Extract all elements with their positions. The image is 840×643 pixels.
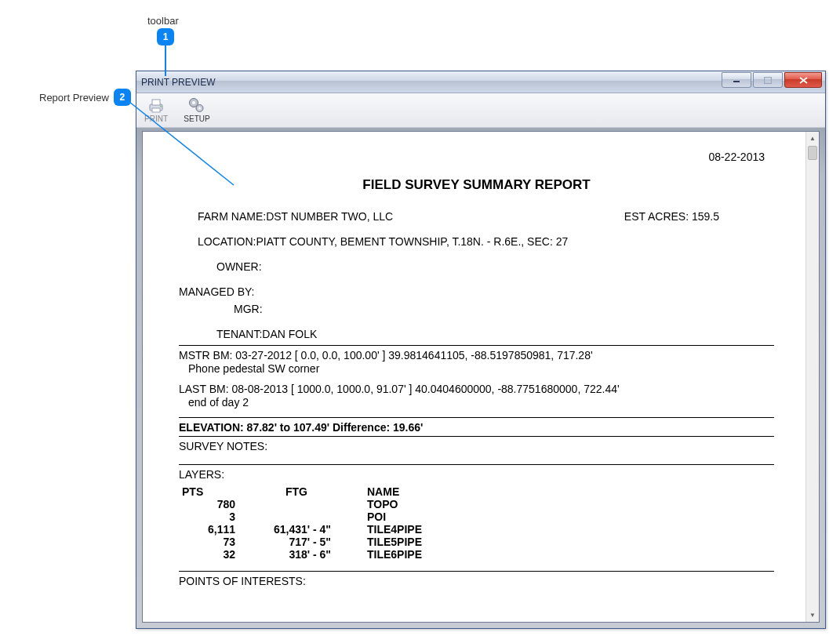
annotation-toolbar: toolbar [147,15,179,27]
table-row: 780 TOPO [179,498,774,510]
maximize-icon [764,77,772,84]
hdr-name: NAME [351,485,493,498]
mstr-bm-note: Phone pedestal SW corner [179,362,774,375]
location-label: LOCATION: [198,235,256,248]
annotation-toolbar-pointer [165,43,166,76]
table-row: 3 POI [179,510,774,523]
layers-label: LAYERS: [179,468,774,481]
divider-3 [179,436,774,437]
farm-name-value: DST NUMBER TWO, LLC [266,210,393,223]
window-controls [722,71,825,93]
cell-name: TILE4PIPE [351,523,493,536]
tenant-label: TENANT: [216,328,262,340]
farm-name-label: FARM NAME: [198,210,266,223]
divider-5 [179,571,774,572]
scroll-thumb[interactable] [808,146,817,160]
window: PRINT PREVIEW [136,71,826,629]
cell-ftg: 61,431' - 4" [242,523,351,536]
row-mgr: MGR: [179,303,774,315]
table-row: 32 318' - 6" TILE6PIPE [179,548,774,561]
scroll-up-arrow[interactable]: ▲ [806,132,819,145]
scrollbar[interactable]: ▲ ▼ [805,132,819,622]
cell-ftg [242,510,351,523]
survey-notes-label: SURVEY NOTES: [179,440,774,452]
hdr-pts: PTS [179,485,242,498]
hdr-ftg: FTG [242,485,351,498]
row-farm-acres: FARM NAME:DST NUMBER TWO, LLC EST ACRES:… [179,210,774,223]
elevation-line: ELEVATION: 87.82' to 107.49' Difference:… [179,421,774,434]
layers-header: PTS FTG NAME [179,485,774,498]
est-acres-block: EST ACRES: 159.5 [624,210,719,223]
minimize-button[interactable] [722,72,751,88]
last-bm-note: end of day 2 [179,396,774,409]
row-location: LOCATION:PIATT COUNTY, BEMENT TOWNSHIP, … [179,235,774,248]
farm-name-block: FARM NAME:DST NUMBER TWO, LLC [198,210,393,223]
annotation-preview: Report Preview 2 [39,89,131,106]
setup-button[interactable]: SETUP [180,95,213,126]
content-wrap: 08-22-2013 FIELD SURVEY SUMMARY REPORT F… [136,128,825,628]
report-title: FIELD SURVEY SUMMARY REPORT [179,177,774,193]
table-row: 6,111 61,431' - 4" TILE4PIPE [179,523,774,536]
svg-point-12 [198,107,201,109]
cell-ftg: 318' - 6" [242,548,351,561]
cell-pts: 32 [179,548,242,561]
print-label: PRINT [144,114,168,123]
svg-point-10 [192,101,195,104]
svg-rect-6 [152,100,160,105]
report-viewport: 08-22-2013 FIELD SURVEY SUMMARY REPORT F… [142,131,820,623]
last-bm: LAST BM: 08-08-2013 [ 1000.0, 1000.0, 91… [179,383,774,395]
setup-icon [188,97,205,114]
divider-4 [179,464,774,465]
divider-2 [179,417,774,418]
cell-name: POI [351,510,493,523]
scroll-down-arrow[interactable]: ▼ [806,608,819,622]
layers-table: PTS FTG NAME 780 TOPO 3 POI [179,485,774,561]
print-button[interactable]: PRINT [140,95,173,126]
cell-pts: 6,111 [179,523,242,536]
cell-pts: 3 [179,510,242,523]
row-owner: OWNER: [179,260,774,273]
mstr-bm: MSTR BM: 03-27-2012 [ 0.0, 0.0, 100.00' … [179,349,774,361]
svg-rect-7 [152,108,160,112]
annotation-toolbar-label: toolbar [147,15,179,27]
svg-rect-1 [733,81,740,82]
row-tenant: TENANT:DAN FOLK [179,328,774,340]
cell-pts: 780 [179,498,242,510]
cell-name: TILE6PIPE [351,548,493,561]
close-icon [799,77,808,84]
annotation-preview-label: Report Preview [39,92,109,104]
mgr-label: MGR: [234,303,263,315]
titlebar[interactable]: PRINT PREVIEW [136,71,825,93]
toolbar: PRINT SETUP [136,93,825,128]
tenant-value: DAN FOLK [262,328,317,340]
report-date: 08-22-2013 [179,151,774,163]
cell-ftg: 717' - 5" [242,536,351,548]
cell-pts: 73 [179,536,242,548]
close-button[interactable] [784,72,822,88]
est-acres-label: EST ACRES: [624,210,692,223]
titlebar-title: PRINT PREVIEW [141,77,215,88]
row-managed-by: MANAGED BY: [179,285,774,298]
maximize-button[interactable] [753,72,783,88]
minimize-icon [733,77,740,83]
annotation-marker-2: 2 [114,89,131,106]
owner-label: OWNER: [216,260,262,273]
cell-ftg [242,498,351,510]
location-value: PIATT COUNTY, BEMENT TOWNSHIP, T.18N. - … [256,235,568,248]
svg-rect-2 [765,77,772,83]
cell-name: TOPO [351,498,493,510]
print-icon [147,97,165,114]
setup-label: SETUP [184,114,209,123]
poi-label: POINTS OF INTERESTS: [179,575,774,587]
table-row: 73 717' - 5" TILE5PIPE [179,536,774,548]
cell-name: TILE5PIPE [351,536,493,548]
svg-point-8 [160,106,162,107]
divider-1 [179,345,774,346]
est-acres-value: 159.5 [692,210,719,223]
managed-by-label: MANAGED BY: [179,285,254,298]
report-page: 08-22-2013 FIELD SURVEY SUMMARY REPORT F… [143,132,805,622]
